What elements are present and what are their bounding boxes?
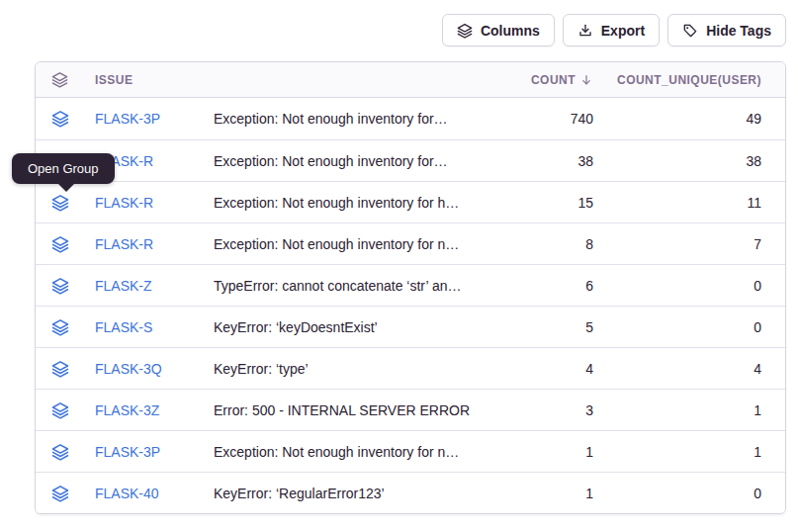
hide-tags-button-label: Hide Tags [706, 23, 771, 39]
table-row[interactable]: FLASK-S KeyError: ‘keyDoesntExist’ 5 0 [36, 306, 785, 347]
tooltip-label: Open Group [28, 161, 99, 176]
header-count-unique[interactable]: COUNT_UNIQUE(USER) [593, 73, 761, 87]
issue-title: Exception: Not enough inventory for n… [214, 236, 504, 252]
issue-link[interactable]: FLASK-40 [95, 486, 214, 501]
table-row[interactable]: FLASK-3Q KeyError: ‘type’ 4 4 [36, 347, 785, 389]
count-unique-value: 0 [593, 486, 761, 501]
issue-title: Exception: Not enough inventory for… [214, 111, 504, 127]
issue-link[interactable]: FLASK-R [95, 236, 214, 252]
export-button-label: Export [601, 23, 645, 39]
count-unique-value: 4 [593, 361, 761, 377]
issue-link[interactable]: FLASK-3Z [95, 402, 214, 418]
table-row[interactable]: FLASK-R Exception: Not enough inventory … [36, 222, 785, 264]
table-row[interactable]: FLASK-Z TypeError: cannot concatenate ‘s… [36, 264, 785, 306]
count-value: 38 [504, 153, 593, 169]
issue-title: Exception: Not enough inventory for… [214, 153, 504, 169]
open-group-tooltip: Open Group [12, 153, 115, 184]
table-row[interactable]: FLASK-40 KeyError: ‘RegularError123’ 1 0 [36, 472, 785, 513]
issue-title: KeyError: ‘type’ [214, 361, 504, 377]
count-unique-value: 1 [593, 402, 761, 418]
table-row[interactable]: FLASK-3P Exception: Not enough inventory… [36, 98, 785, 139]
count-value: 3 [504, 402, 593, 418]
sort-desc-icon [579, 73, 593, 87]
count-unique-value: 49 [593, 111, 761, 127]
header-issue[interactable]: ISSUE [95, 73, 214, 87]
export-button[interactable]: Export [563, 14, 660, 46]
toolbar: Columns Export Hide Tags [442, 14, 786, 46]
issue-title: TypeError: cannot concatenate ‘str’ an… [214, 278, 504, 294]
issue-link[interactable]: FLASK-R [95, 195, 214, 211]
open-group-icon[interactable] [51, 110, 69, 128]
issue-link[interactable]: FLASK-Z [95, 278, 214, 294]
issue-title: KeyError: ‘keyDoesntExist’ [214, 319, 504, 335]
download-icon [577, 23, 593, 39]
header-count-label: COUNT [531, 73, 576, 87]
count-unique-value: 1 [593, 444, 761, 460]
count-value: 8 [504, 236, 593, 252]
issue-link[interactable]: FLASK-3P [95, 444, 214, 460]
open-group-icon[interactable] [51, 485, 69, 502]
open-group-icon[interactable] [51, 277, 69, 295]
count-value: 5 [504, 319, 593, 335]
open-group-icon[interactable] [51, 318, 69, 336]
open-group-icon[interactable] [51, 194, 69, 212]
count-unique-value: 38 [593, 153, 761, 169]
columns-button-label: Columns [481, 23, 540, 39]
table-row[interactable]: FLASK-3Z Error: 500 - INTERNAL SERVER ER… [36, 389, 785, 430]
open-group-icon[interactable] [51, 443, 69, 461]
issue-link[interactable]: FLASK-3P [95, 111, 214, 127]
table-header-row: ISSUE COUNT COUNT_UNIQUE(USER) [36, 62, 785, 98]
open-group-icon[interactable] [51, 401, 69, 419]
stack-icon [457, 23, 473, 39]
table-row[interactable]: FLASK-3P Exception: Not enough inventory… [36, 430, 785, 472]
count-value: 1 [504, 486, 593, 501]
issue-title: Exception: Not enough inventory for n… [214, 444, 504, 460]
issue-title: Error: 500 - INTERNAL SERVER ERROR [214, 402, 504, 418]
results-table: ISSUE COUNT COUNT_UNIQUE(USER) FLASK-3P … [35, 61, 786, 514]
issue-title: Exception: Not enough inventory for h… [214, 195, 504, 211]
tag-icon [682, 23, 698, 39]
issue-title: KeyError: ‘RegularError123’ [214, 486, 504, 501]
issue-link[interactable]: FLASK-S [95, 319, 214, 335]
count-unique-value: 7 [593, 236, 761, 252]
count-unique-value: 0 [593, 319, 761, 335]
count-value: 6 [504, 278, 593, 294]
count-unique-value: 0 [593, 278, 761, 294]
count-value: 1 [504, 444, 593, 460]
count-value: 4 [504, 361, 593, 377]
count-unique-value: 11 [593, 195, 761, 211]
hide-tags-button[interactable]: Hide Tags [667, 14, 786, 46]
count-value: 740 [504, 111, 593, 127]
issue-link[interactable]: FLASK-3Q [95, 361, 214, 377]
issue-column-icon-cell [51, 71, 95, 88]
table-row[interactable]: FLASK-R Exception: Not enough inventory … [36, 139, 785, 181]
stack-icon [51, 71, 68, 88]
count-value: 15 [504, 195, 593, 211]
open-group-icon[interactable] [51, 360, 69, 378]
open-group-icon[interactable] [51, 235, 69, 253]
columns-button[interactable]: Columns [442, 14, 555, 46]
table-row[interactable]: FLASK-R Exception: Not enough inventory … [36, 181, 785, 222]
header-count[interactable]: COUNT [504, 73, 593, 87]
